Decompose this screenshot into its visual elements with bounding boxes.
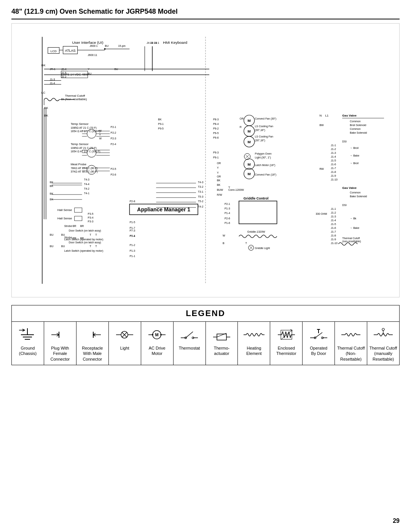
svg-text:M: M <box>248 140 251 144</box>
page-title: 48" (121.9 cm) Oven Schematic for JGRP54… <box>11 8 400 19</box>
svg-text:P7-3: P7-3 <box>129 229 135 232</box>
svg-text:Bake Solenoid: Bake Solenoid <box>350 195 367 198</box>
enclosed-thermistor-icon <box>275 326 298 343</box>
legend-item-receptacle-male: ReceptacleWith MaleConnector <box>76 322 109 365</box>
svg-text:BU: BU <box>50 233 54 236</box>
svg-text:P1-1: P1-1 <box>129 255 135 258</box>
svg-text:Strobe: Strobe <box>64 225 72 227</box>
svg-text:T5-2: T5-2 <box>198 200 203 203</box>
svg-text:W: W <box>99 137 102 140</box>
svg-text:OR: OR <box>240 117 244 120</box>
svg-text:P1-5: P1-5 <box>129 221 135 224</box>
svg-text:J600:1: J600:1 <box>90 45 98 47</box>
svg-text:Gas Valve: Gas Valve <box>342 186 357 190</box>
svg-text:P1-7: P1-7 <box>129 227 135 229</box>
legend-label-light: Light <box>120 345 129 351</box>
svg-text:P2-4: P2-4 <box>110 143 116 145</box>
svg-text:Y: Y <box>217 166 219 169</box>
svg-text:Convect Fan (30"): Convect Fan (30") <box>255 117 276 120</box>
svg-text:P3-5: P3-5 <box>88 212 94 215</box>
svg-text:P3-4: P3-4 <box>88 216 94 219</box>
svg-text:T4-2: T4-2 <box>84 187 89 190</box>
svg-text:T3-1: T3-1 <box>198 190 203 193</box>
ac-drive-motor-icon: M <box>146 326 169 343</box>
svg-text:ATLAS: ATLAS <box>65 49 76 53</box>
svg-text:J1-4: J1-4 <box>331 219 336 222</box>
svg-text:P1-6: P1-6 <box>225 222 230 224</box>
legend-label-plug-female: Plug WithFemaleConnector <box>51 345 70 362</box>
svg-text:Bake Solenoid: Bake Solenoid <box>350 131 367 134</box>
legend-item-plug-female: Plug WithFemaleConnector <box>44 322 76 365</box>
svg-text:BU: BU <box>50 245 54 248</box>
svg-text:→ Bk: → Bk <box>350 217 357 220</box>
svg-text:LS Cooling Fan: LS Cooling Fan <box>255 135 273 138</box>
legend-item-thermostat: Thermostat <box>174 322 206 365</box>
svg-text:Appliance Manager 1: Appliance Manager 1 <box>137 206 190 212</box>
svg-text:OR: OR <box>217 162 221 165</box>
svg-text:P7-1: P7-1 <box>129 235 135 237</box>
svg-text:J1-1: J1-1 <box>331 144 336 147</box>
svg-text:P9-1: P9-1 <box>158 123 164 125</box>
svg-text:B: B <box>223 242 225 244</box>
svg-text:LS Cooling Fan: LS Cooling Fan <box>255 125 273 128</box>
svg-line-284 <box>315 332 322 338</box>
legend-label-ac-drive-motor: AC DriveMotor <box>149 345 166 356</box>
svg-text:BU: BU <box>105 45 109 47</box>
svg-text:W: W <box>223 234 225 237</box>
svg-text:R/W: R/W <box>217 193 222 196</box>
svg-text:Gas Valve: Gas Valve <box>342 114 357 117</box>
svg-line-268 <box>186 332 193 338</box>
svg-text:BK: BK <box>44 114 48 117</box>
svg-text:BK: BK <box>50 198 54 201</box>
svg-text:User Interface (UI): User Interface (UI) <box>72 40 104 45</box>
svg-point-266 <box>160 334 162 335</box>
svg-text:Convect Fan (18"): Convect Fan (18") <box>255 173 276 176</box>
svg-text:J1-1: J1-1 <box>331 208 336 210</box>
svg-text:BK: BK <box>44 106 48 110</box>
legend-label-thermal-cutoff-non: Thermal Cutoff(Non-Resettable) <box>337 345 365 362</box>
svg-text:→ Bake: → Bake <box>350 154 359 157</box>
svg-text:(Non-resettable): (Non-resettable) <box>65 97 87 101</box>
legend-label-operated-door: OperatedBy Door <box>310 345 327 356</box>
ground-icon <box>16 326 39 343</box>
legend-section: LEGEND Ground(Chassis) <box>11 305 400 365</box>
svg-text:N: N <box>319 114 322 117</box>
svg-text:J1-5: J1-5 <box>331 159 336 162</box>
svg-text:P8-3: P8-3 <box>213 118 219 121</box>
svg-text:T: T <box>245 242 247 244</box>
svg-text:Conn-1200W: Conn-1200W <box>228 189 244 191</box>
svg-text:Door Switch (on latch assy): Door Switch (on latch assy) <box>69 229 101 232</box>
svg-text:BR: BR <box>73 225 76 227</box>
svg-text:Griddle Control: Griddle Control <box>244 197 269 200</box>
legend-label-thermal-cutoff-manual: Thermal Cutoff(manuallyResettable) <box>370 345 397 362</box>
svg-text:OR: OR <box>217 175 221 178</box>
legend-item-ac-drive-motor: M AC DriveMotor <box>141 322 174 365</box>
page-number: 29 <box>393 518 400 524</box>
thermal-cutoff-non-icon <box>339 326 362 343</box>
svg-text:→ Broil: → Broil <box>350 162 358 165</box>
legend-item-light: Light <box>109 322 141 365</box>
svg-point-265 <box>152 334 153 335</box>
svg-text:J1-2: J1-2 <box>331 211 336 214</box>
svg-text:Latch Switch (operated by moto: Latch Switch (operated by motor) <box>64 249 104 252</box>
svg-text:T4-3: T4-3 <box>198 181 203 184</box>
svg-text:T: T <box>96 245 97 248</box>
svg-text:J1-3: J1-3 <box>331 215 336 218</box>
svg-text:→ Broil: → Broil <box>350 147 358 149</box>
legend-item-enclosed-thermistor: EnclosedThermistor <box>270 322 303 365</box>
svg-text:R: R <box>240 126 242 128</box>
svg-text:L1: L1 <box>325 114 328 117</box>
svg-text:BU: BU <box>61 245 65 248</box>
svg-text:RW: RW <box>319 168 324 170</box>
svg-text:→ Bake: → Bake <box>350 227 359 229</box>
svg-text:15-pin: 15-pin <box>118 45 125 48</box>
svg-text:J1-2: J1-2 <box>331 148 336 150</box>
svg-text:BK: BK <box>217 179 221 182</box>
svg-text:J600:11: J600:11 <box>88 54 97 56</box>
svg-text:LC: LC <box>41 91 45 94</box>
svg-text:Thermal Cutoff: Thermal Cutoff <box>65 94 85 97</box>
svg-text:Thermal Cutoff: Thermal Cutoff <box>342 237 360 240</box>
svg-text:1085Ω AT 21 C (70 F): 1085Ω AT 21 C (70 F) <box>71 126 97 129</box>
svg-text:Hall Sense: Hall Sense <box>57 217 72 220</box>
legend-label-thermo-actuator: Thermo-actuator <box>214 345 230 356</box>
